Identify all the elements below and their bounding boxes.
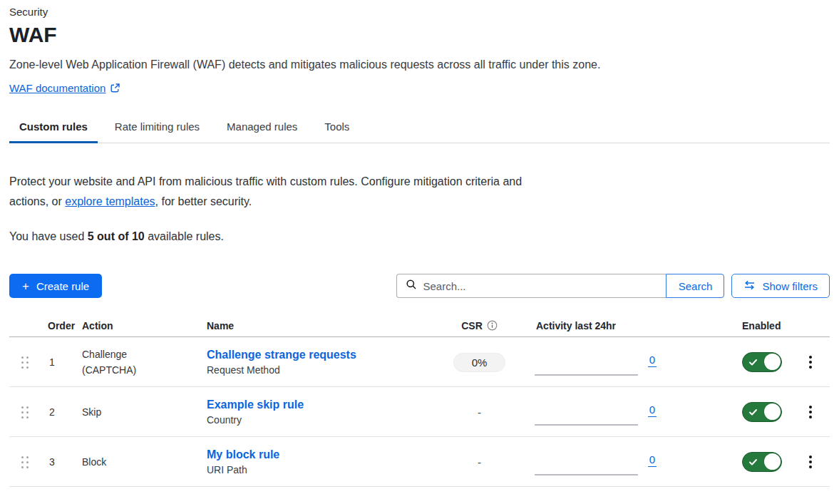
rule-expression: Request Method bbox=[207, 364, 442, 376]
breadcrumb-security: Security bbox=[9, 6, 830, 18]
create-rule-label: Create rule bbox=[36, 280, 89, 292]
table-row: 1 Challenge (CAPTCHA) Challenge strange … bbox=[9, 337, 830, 387]
header-order: Order bbox=[41, 320, 82, 331]
usage-summary: You have used 5 out of 10 available rule… bbox=[9, 230, 830, 243]
activity-count-link[interactable]: 0 bbox=[648, 403, 657, 417]
header-action: Action bbox=[82, 320, 207, 331]
search-button[interactable]: Search bbox=[666, 274, 724, 298]
rule-name-link[interactable]: My block rule bbox=[207, 448, 442, 461]
table-row: 2 Skip Example skip rule Country - 0 bbox=[9, 387, 830, 437]
table-row: 3 Block My block rule URI Path - 0 bbox=[9, 437, 830, 487]
drag-handle-icon[interactable] bbox=[21, 406, 29, 418]
header-csr: CSR bbox=[461, 320, 483, 331]
tab-tools[interactable]: Tools bbox=[314, 116, 359, 143]
usage-after: available rules. bbox=[145, 230, 224, 242]
usage-count: 5 out of 10 bbox=[88, 230, 145, 242]
rule-action: Skip bbox=[82, 404, 159, 420]
header-activity: Activity last 24hr bbox=[517, 320, 674, 331]
rule-order: 1 bbox=[41, 356, 82, 368]
waf-documentation-link[interactable]: WAF documentation bbox=[9, 82, 105, 94]
activity-sparkline bbox=[535, 474, 638, 475]
waf-tabs: Custom rules Rate limiting rules Managed… bbox=[9, 116, 830, 143]
csr-info-icon[interactable] bbox=[487, 320, 498, 331]
explore-templates-link[interactable]: explore templates bbox=[65, 195, 155, 207]
enabled-toggle[interactable] bbox=[742, 402, 782, 422]
plus-icon: + bbox=[22, 280, 29, 292]
activity-count-link[interactable]: 0 bbox=[648, 354, 657, 367]
tab-managed-rules[interactable]: Managed rules bbox=[217, 116, 307, 143]
rule-order: 3 bbox=[41, 456, 82, 468]
rule-order: 2 bbox=[41, 406, 82, 418]
row-menu-button[interactable] bbox=[806, 403, 815, 421]
external-link-icon bbox=[110, 83, 120, 93]
custom-rules-table: Order Action Name CSR Activity last 24hr… bbox=[9, 314, 830, 487]
search-input[interactable] bbox=[423, 280, 637, 292]
enabled-toggle[interactable] bbox=[742, 452, 782, 472]
drag-handle-icon[interactable] bbox=[21, 356, 29, 369]
header-name: Name bbox=[207, 320, 442, 331]
csr-badge: 0% bbox=[453, 353, 505, 372]
show-filters-button[interactable]: Show filters bbox=[731, 274, 830, 298]
waf-page: Security WAF Zone-level Web Application … bbox=[0, 0, 839, 487]
rule-name-link[interactable]: Challenge strange requests bbox=[207, 349, 442, 361]
page-title: WAF bbox=[9, 23, 830, 47]
create-rule-button[interactable]: + Create rule bbox=[9, 274, 102, 298]
tab-rate-limiting-rules[interactable]: Rate limiting rules bbox=[105, 116, 210, 143]
show-filters-label: Show filters bbox=[762, 280, 818, 292]
rule-action: Challenge (CAPTCHA) bbox=[82, 346, 159, 378]
drag-handle-icon[interactable] bbox=[21, 456, 29, 468]
search-icon bbox=[406, 279, 417, 293]
search-group: Search bbox=[396, 274, 724, 298]
activity-count-link[interactable]: 0 bbox=[648, 453, 657, 467]
intro-paragraph: Protect your website and API from malici… bbox=[9, 172, 538, 212]
row-menu-button[interactable] bbox=[806, 353, 815, 371]
check-icon bbox=[748, 358, 758, 367]
rule-name-link[interactable]: Example skip rule bbox=[207, 398, 442, 411]
rule-action: Block bbox=[82, 454, 159, 470]
page-description: Zone-level Web Application Firewall (WAF… bbox=[9, 58, 830, 71]
search-input-wrap bbox=[396, 274, 666, 298]
check-icon bbox=[748, 408, 758, 417]
table-header-row: Order Action Name CSR Activity last 24hr… bbox=[9, 314, 830, 337]
usage-before: You have used bbox=[9, 230, 88, 242]
activity-sparkline bbox=[535, 424, 638, 426]
csr-value: - bbox=[478, 406, 481, 418]
rule-expression: Country bbox=[207, 414, 442, 426]
activity-sparkline bbox=[535, 374, 638, 376]
tab-custom-rules[interactable]: Custom rules bbox=[9, 116, 98, 143]
rules-toolbar: + Create rule Search bbox=[9, 274, 830, 298]
intro-text-after: , for better security. bbox=[155, 195, 252, 207]
rule-expression: URI Path bbox=[207, 464, 442, 475]
check-icon bbox=[748, 458, 758, 467]
enabled-toggle[interactable] bbox=[742, 352, 782, 372]
row-menu-button[interactable] bbox=[806, 453, 815, 471]
swap-arrows-icon bbox=[743, 280, 756, 292]
header-enabled: Enabled bbox=[731, 320, 791, 331]
csr-value: - bbox=[478, 456, 481, 468]
